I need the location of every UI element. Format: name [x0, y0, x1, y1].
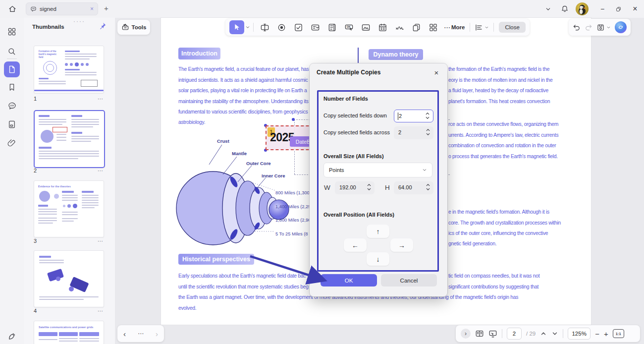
thumbnail-menu-button[interactable]: ⋯	[98, 238, 103, 244]
close-form-mode-button[interactable]: Close	[499, 22, 525, 33]
zoom-in-button[interactable]: +	[604, 330, 608, 338]
reading-mode-icon[interactable]	[475, 329, 484, 338]
sidebar-item-attachments[interactable]	[4, 135, 20, 151]
save-button[interactable]	[596, 23, 611, 32]
sidebar-item-search[interactable]	[4, 44, 20, 59]
toolbox-icon	[121, 23, 129, 31]
spinner-down-icon[interactable]	[426, 188, 430, 190]
tab-list-chevron[interactable]	[541, 2, 555, 16]
zoom-out-button[interactable]: −	[595, 330, 599, 338]
thumbnail-page-3[interactable]: Evidence for the theories	[34, 180, 104, 237]
push-button-tool-button[interactable]: OK	[341, 20, 357, 34]
sidebar-item-signature[interactable]	[4, 328, 20, 344]
text-field-tool-button[interactable]	[257, 20, 272, 34]
checkbox-tool-button[interactable]	[290, 20, 306, 34]
signature-field-tool-button[interactable]	[391, 20, 407, 34]
spinner-down-icon[interactable]	[367, 188, 371, 190]
chevron-down-icon	[422, 168, 427, 172]
radio-button-icon	[277, 23, 286, 32]
radio-button-tool-button[interactable]	[273, 20, 289, 34]
list-box-tool-button[interactable]	[324, 20, 340, 34]
date-field-tool-button[interactable]	[375, 20, 390, 34]
sidebar-item-form-fields[interactable]	[4, 116, 20, 132]
pin-panel-button[interactable]	[98, 22, 107, 30]
height-spinner[interactable]: 64.00	[394, 181, 433, 194]
sidebar-item-comments[interactable]	[4, 98, 20, 114]
user-avatar[interactable]	[576, 2, 589, 15]
prev-page-button[interactable]: ‹	[123, 330, 126, 338]
spinner-buttons[interactable]	[426, 184, 430, 190]
spinner-buttons[interactable]	[426, 113, 429, 119]
redo-icon[interactable]	[585, 23, 592, 31]
page-menu-button[interactable]: ⋯	[138, 330, 144, 337]
thumbnail-menu-button[interactable]: ⋯	[98, 168, 103, 174]
spinner-down-icon[interactable]	[426, 133, 430, 135]
close-window-button[interactable]: ×	[628, 2, 642, 16]
next-page-chevron-down[interactable]	[551, 330, 558, 337]
select-tool-button[interactable]	[229, 20, 244, 34]
thumbnail-menu-button[interactable]: ⋯	[98, 308, 103, 314]
sidebar-item-apps[interactable]	[4, 24, 20, 40]
arrow-right-icon: →	[398, 241, 405, 249]
tools-button[interactable]: Tools	[117, 20, 150, 35]
sidebar-item-bookmarks[interactable]	[4, 79, 20, 95]
collapse-bar-button[interactable]: ›	[461, 329, 471, 339]
actual-size-button[interactable]: 1:1	[613, 329, 624, 338]
panel-resize-handle[interactable]: ····	[64, 18, 94, 25]
minimize-button[interactable]: −	[595, 2, 609, 16]
spinner-up-icon[interactable]	[426, 113, 429, 115]
spinner-up-icon[interactable]	[426, 129, 430, 131]
restore-button[interactable]	[611, 2, 625, 16]
thumbnail-page-1[interactable]: Formation of the Earth's magnetic field	[34, 46, 104, 93]
undo-icon[interactable]	[573, 23, 581, 31]
thumbnail-page-5[interactable]: Satellite communications and power grids	[34, 321, 104, 344]
width-spinner[interactable]: 192.00	[335, 181, 375, 194]
tab-close-icon[interactable]: ×	[90, 5, 94, 12]
size-unit-value: Points	[329, 167, 344, 173]
field-grid-tool-button[interactable]	[425, 20, 441, 34]
presentation-mode-icon[interactable]	[488, 329, 497, 338]
spinner-buttons[interactable]	[367, 184, 371, 190]
cancel-button[interactable]: Cancel	[381, 274, 437, 287]
spinner-up-icon[interactable]	[367, 184, 371, 186]
alignment-tool-button[interactable]	[473, 20, 490, 34]
move-up-button[interactable]: ↑	[367, 225, 389, 238]
notifications-button[interactable]	[558, 2, 572, 16]
image-field-icon	[361, 23, 371, 32]
multiple-copies-tool-button[interactable]	[408, 20, 424, 34]
home-icon	[8, 4, 17, 13]
image-field-tool-button[interactable]	[358, 20, 374, 34]
zoom-level-input[interactable]: 125%	[568, 328, 590, 340]
chevron-down-icon	[484, 25, 489, 30]
home-button[interactable]	[5, 2, 20, 16]
thumbnail-menu-button[interactable]: ⋯	[98, 96, 103, 102]
thumbnail-page-4[interactable]	[34, 250, 104, 307]
document-tab[interactable]: signed ×	[26, 2, 98, 15]
spinner-buttons[interactable]	[426, 129, 430, 135]
spinner-up-icon[interactable]	[426, 184, 430, 186]
combo-box-tool-button[interactable]	[307, 20, 323, 34]
size-unit-dropdown[interactable]: Points	[323, 163, 432, 177]
chevron-down-icon[interactable]	[245, 25, 250, 30]
move-down-button[interactable]: ↓	[367, 252, 389, 266]
page-nav-bar: ‹ ⋯ ›	[117, 325, 164, 342]
copy-across-spinner[interactable]: 2	[394, 126, 433, 139]
dialog-close-button[interactable]: ×	[430, 66, 442, 78]
copy-down-spinner[interactable]: 2	[394, 110, 433, 122]
arrow-up-icon: ↑	[376, 228, 380, 235]
sidebar-item-thumbnails[interactable]	[4, 61, 20, 77]
text-field-icon	[260, 23, 269, 32]
spinner-down-icon[interactable]	[426, 116, 429, 119]
next-page-button[interactable]: ›	[156, 330, 158, 338]
move-right-button[interactable]: →	[390, 238, 413, 252]
thumbnail-page-2[interactable]	[34, 110, 105, 168]
previous-page-chevron-up[interactable]	[540, 330, 547, 337]
page-number-input[interactable]: 2	[507, 328, 522, 340]
ai-assistant-button[interactable]	[615, 21, 627, 33]
diagram-label-outer-core: Outer Core	[246, 161, 271, 166]
more-tools-button[interactable]: ⋯ More	[442, 20, 467, 34]
selection-handle[interactable]	[292, 118, 295, 121]
form-page-icon	[7, 120, 16, 129]
move-left-button[interactable]: ←	[344, 238, 367, 252]
new-tab-button[interactable]: +	[104, 4, 108, 12]
